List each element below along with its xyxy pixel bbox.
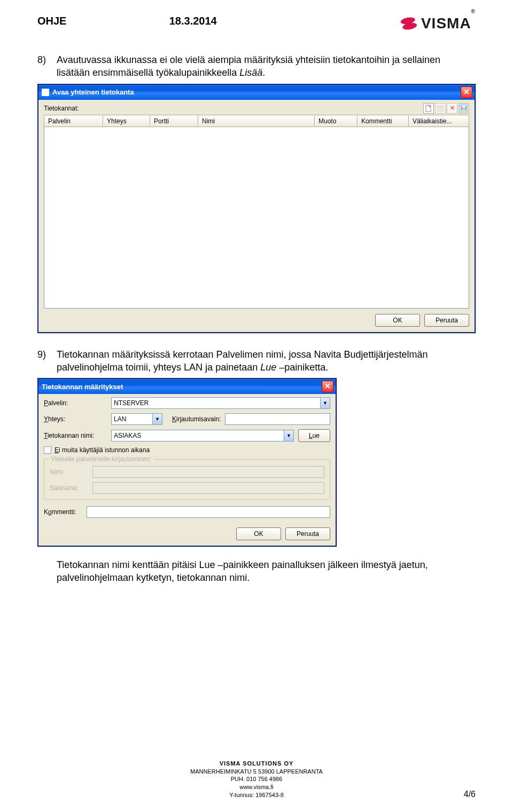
- window-icon: [42, 89, 49, 96]
- nimi-input: [92, 466, 324, 478]
- label-nimi: Nimi:: [50, 468, 88, 476]
- paragraph-9-text: Tietokannan määrityksissä kerrotaan Palv…: [57, 348, 476, 374]
- ok-button[interactable]: OK: [375, 314, 420, 327]
- tknimi-combo[interactable]: ▼: [111, 430, 294, 442]
- save-icon: [458, 103, 469, 114]
- checkbox-row[interactable]: Ei muita käyttäjiä istunnon aikana: [44, 446, 330, 454]
- yhteys-combo[interactable]: ▼: [111, 413, 162, 425]
- svg-rect-3: [438, 106, 443, 111]
- tknimi-input[interactable]: [111, 430, 284, 442]
- col-kommentti[interactable]: Kommentti: [357, 115, 409, 127]
- dialog-open-shared-db: Avaa yhteinen tietokanta ✕ Tietokannat: …: [37, 84, 476, 333]
- chevron-down-icon[interactable]: ▼: [284, 430, 294, 442]
- list-number: 9): [37, 348, 57, 374]
- doc-date: 18.3.2014: [169, 15, 217, 27]
- label-kirjautumisavain: Kirjautumisavain:: [172, 415, 221, 423]
- footer-address: MANNERHEIMINKATU 5 53900 LAPPEENRANTA: [0, 768, 513, 776]
- grid-header: Palvelin Yhteys Portti Nimi Muoto Kommen…: [44, 115, 469, 127]
- logo-mark-icon: [400, 16, 418, 31]
- salasana-input: [92, 482, 324, 494]
- close-icon[interactable]: ✕: [322, 381, 333, 392]
- kirjautumisavain-input[interactable]: [225, 413, 330, 425]
- label-tietokannat: Tietokannat:: [44, 105, 79, 112]
- label-salasana: Salasana:: [50, 484, 88, 492]
- db-listbox[interactable]: [44, 127, 469, 309]
- paragraph-8-text: Avautuvassa ikkunassa ei ole vielä aiemp…: [57, 53, 476, 80]
- col-portti[interactable]: Portti: [150, 115, 198, 127]
- label-kommentti: Kommentti:: [44, 508, 82, 516]
- close-icon[interactable]: ✕: [461, 86, 472, 98]
- footer-url: www.visma.fi: [0, 783, 513, 791]
- svg-rect-7: [462, 106, 465, 108]
- logo-text: VISMA®: [421, 15, 476, 32]
- palvelin-input[interactable]: [111, 397, 321, 409]
- col-palvelin[interactable]: Palvelin: [44, 115, 103, 127]
- footer: VISMA SOLUTIONS OY MANNERHEIMINKATU 5 53…: [0, 760, 513, 799]
- palvelin-combo[interactable]: ▼: [111, 397, 330, 409]
- svg-rect-8: [462, 109, 465, 111]
- label-tknimi: Tietokannan nimi:: [44, 432, 107, 439]
- yhteys-input[interactable]: [111, 413, 153, 425]
- chevron-down-icon[interactable]: ▼: [321, 397, 330, 409]
- delete-icon: ✕: [447, 103, 457, 114]
- titlebar[interactable]: Avaa yhteinen tietokanta ✕: [38, 85, 475, 100]
- col-yhteys[interactable]: Yhteys: [103, 115, 150, 127]
- col-muoto[interactable]: Muoto: [315, 115, 357, 127]
- new-icon[interactable]: [423, 103, 434, 114]
- toolbar: ✕: [423, 103, 469, 114]
- lue-button[interactable]: Lue: [298, 429, 330, 442]
- chevron-down-icon[interactable]: ▼: [153, 413, 162, 425]
- paragraph-8: 8) Avautuvassa ikkunassa ei ole vielä ai…: [37, 53, 476, 80]
- doc-title: OHJE: [37, 15, 66, 27]
- window-title: Avaa yhteinen tietokanta: [52, 88, 134, 96]
- checkbox-no-other-users[interactable]: [44, 446, 51, 454]
- col-nimi[interactable]: Nimi: [198, 115, 315, 127]
- checkbox-label: Ei muita käyttäjiä istunnon aikana: [55, 446, 150, 454]
- col-valiaikais[interactable]: Väliaikaistie...: [409, 115, 469, 127]
- cancel-button[interactable]: Peruuta: [285, 527, 330, 540]
- group-server-login: Yleiselle palvelimelle kirjautuminen: Ni…: [44, 459, 330, 500]
- cancel-button[interactable]: Peruuta: [424, 314, 469, 327]
- window-title: Tietokannan määritykset: [42, 383, 123, 391]
- list-number: 8): [37, 53, 57, 80]
- footer-ytunnus: Y-tunnus: 1967543-8: [0, 791, 513, 799]
- footer-phone: PUH. 010 756 4986: [0, 775, 513, 783]
- label-yhteys: Yhteys:: [44, 415, 107, 423]
- page-number: 4/6: [464, 790, 476, 799]
- paragraph-9: 9) Tietokannan määrityksissä kerrotaan P…: [37, 348, 476, 374]
- page-header: OHJE 18.3.2014 VISMA®: [37, 15, 476, 32]
- group-title: Yleiselle palvelimelle kirjautuminen:: [49, 455, 154, 463]
- paragraph-after: Tietokannan nimi kenttään pitäisi Lue –p…: [57, 558, 476, 585]
- label-palvelin: Palvelin:: [44, 399, 107, 407]
- ok-button[interactable]: OK: [236, 527, 281, 540]
- titlebar[interactable]: Tietokannan määritykset ✕: [38, 379, 336, 394]
- kommentti-input[interactable]: [87, 506, 330, 518]
- dialog-db-settings: Tietokannan määritykset ✕ Palvelin: ▼ Yh…: [37, 378, 337, 547]
- footer-company: VISMA SOLUTIONS OY: [0, 760, 513, 768]
- edit-icon: [435, 103, 446, 114]
- visma-logo: VISMA®: [400, 15, 476, 32]
